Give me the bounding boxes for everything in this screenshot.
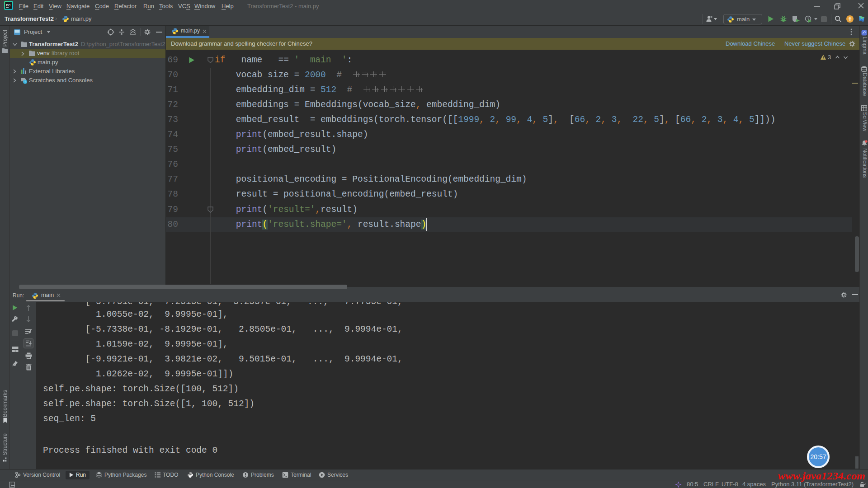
svg-text:PC: PC: [6, 3, 11, 7]
